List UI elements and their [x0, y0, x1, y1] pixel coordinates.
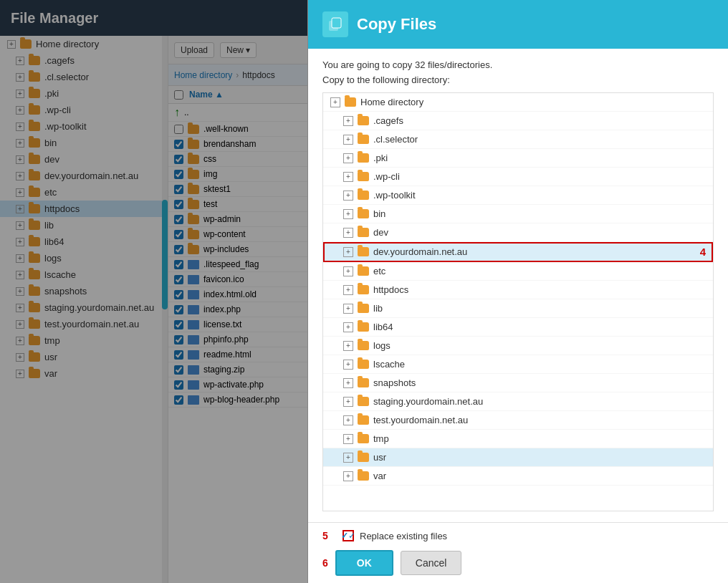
- copy-files-modal: Copy Files You are going to copy 32 file…: [308, 0, 728, 583]
- dir-item-bin[interactable]: + bin: [323, 205, 713, 223]
- folder-icon: [358, 116, 369, 125]
- replace-checkbox[interactable]: ✓: [343, 530, 354, 541]
- dir-item-clselector[interactable]: + .cl.selector: [323, 130, 713, 149]
- folder-icon: [358, 415, 369, 425]
- expand-icon[interactable]: +: [343, 266, 353, 276]
- expand-icon[interactable]: +: [330, 97, 340, 107]
- cancel-button[interactable]: Cancel: [401, 551, 462, 575]
- expand-icon[interactable]: +: [343, 285, 353, 295]
- copy-files-icon: [322, 11, 348, 37]
- dir-item-devdomain[interactable]: + dev.yourdomain.net.au 4: [323, 242, 713, 262]
- modal-title: Copy Files: [357, 15, 436, 34]
- expand-icon[interactable]: +: [343, 341, 353, 351]
- expand-icon[interactable]: +: [343, 360, 353, 370]
- dir-item-label: tmp: [373, 433, 389, 444]
- dir-item-lib64[interactable]: + lib64: [323, 318, 713, 337]
- expand-icon[interactable]: +: [343, 191, 353, 201]
- dir-item-label: httpdocs: [373, 284, 408, 295]
- expand-icon[interactable]: +: [343, 397, 353, 407]
- expand-icon[interactable]: +: [343, 415, 353, 425]
- ok-button[interactable]: OK: [335, 550, 393, 576]
- dir-item-wpcli[interactable]: + .wp-cli: [323, 168, 713, 186]
- expand-icon[interactable]: +: [343, 172, 353, 182]
- expand-icon[interactable]: +: [343, 153, 353, 163]
- expand-icon[interactable]: +: [343, 434, 353, 444]
- dir-item-label: .wp-cli: [373, 171, 400, 182]
- dir-item-label: bin: [373, 208, 385, 219]
- expand-icon[interactable]: +: [343, 116, 353, 126]
- dir-item-label: dev: [373, 227, 388, 238]
- expand-icon[interactable]: +: [343, 322, 353, 332]
- expand-icon[interactable]: +: [343, 135, 353, 145]
- step-6-label: 6: [322, 557, 328, 569]
- checkbox-check: ✓: [341, 531, 348, 541]
- dir-item-pki[interactable]: + .pki: [323, 149, 713, 168]
- dir-item-var[interactable]: + var: [323, 467, 713, 486]
- dir-item-dev[interactable]: + dev: [323, 223, 713, 242]
- dir-item-httpdocs[interactable]: + httpdocs: [323, 281, 713, 299]
- dir-item-label: .cl.selector: [373, 134, 418, 145]
- expand-icon[interactable]: +: [343, 453, 353, 463]
- folder-icon: [358, 135, 369, 144]
- dir-item-testdomain[interactable]: + test.yourdomain.net.au: [323, 411, 713, 430]
- folder-icon: [345, 97, 356, 107]
- dir-item-label: lscache: [373, 359, 405, 370]
- dir-item-label: staging.yourdomain.net.au: [373, 396, 483, 407]
- folder-icon: [358, 266, 369, 276]
- dir-item-label: lib64: [373, 322, 393, 332]
- dir-item-tmp[interactable]: + tmp: [323, 430, 713, 448]
- folder-icon: [358, 304, 369, 313]
- dir-item-label: etc: [373, 266, 385, 276]
- expand-icon[interactable]: +: [343, 471, 353, 481]
- expand-icon[interactable]: +: [343, 304, 353, 314]
- folder-icon: [358, 397, 369, 406]
- dir-item-cagefs[interactable]: + .cagefs: [323, 112, 713, 130]
- folder-icon: [358, 360, 369, 369]
- dir-item-usr[interactable]: + usr: [323, 448, 713, 467]
- modal-header: Copy Files: [308, 0, 728, 49]
- dir-item-label: dev.yourdomain.net.au: [373, 246, 467, 257]
- dir-item-label: snapshots: [373, 377, 416, 388]
- modal-description: You are going to copy 32 files/directori…: [322, 59, 714, 70]
- dir-item-label: Home directory: [360, 97, 423, 107]
- modal-body: You are going to copy 32 files/directori…: [308, 49, 728, 522]
- dir-item-label: var: [373, 471, 386, 481]
- expand-icon[interactable]: +: [343, 209, 353, 219]
- dir-item-lscache[interactable]: + lscache: [323, 355, 713, 374]
- replace-label[interactable]: Replace existing files: [360, 531, 447, 541]
- expand-icon[interactable]: +: [343, 228, 353, 238]
- folder-icon: [358, 434, 369, 443]
- dir-item-lib[interactable]: + lib: [323, 299, 713, 318]
- dir-item-home[interactable]: + Home directory: [323, 93, 713, 112]
- folder-icon: [358, 209, 369, 218]
- dir-item-wptoolkit[interactable]: + .wp-toolkit: [323, 186, 713, 205]
- dir-item-label: .cagefs: [373, 115, 403, 126]
- dir-item-label: test.yourdomain.net.au: [373, 415, 468, 425]
- modal-copy-to-label: Copy to the following directory:: [322, 74, 714, 85]
- dir-item-etc[interactable]: + etc: [323, 262, 713, 281]
- modal-footer: 5 ✓ Replace existing files 6 OK Cancel: [308, 522, 728, 583]
- dir-item-snapshots[interactable]: + snapshots: [323, 374, 713, 392]
- dir-item-label: lib: [373, 303, 383, 314]
- directory-tree[interactable]: + Home directory + .cagefs + .cl.selecto…: [322, 92, 714, 511]
- dir-item-label: logs: [373, 340, 391, 351]
- dir-item-logs[interactable]: + logs: [323, 337, 713, 355]
- step-5-label: 5: [322, 530, 328, 541]
- folder-icon: [358, 453, 369, 462]
- folder-icon: [358, 322, 369, 332]
- folder-icon: [358, 471, 369, 481]
- folder-icon: [358, 191, 369, 200]
- folder-icon: [358, 247, 369, 256]
- dir-item-label: usr: [373, 452, 386, 463]
- dir-item-label: .pki: [373, 153, 388, 163]
- folder-icon: [358, 172, 369, 181]
- dir-item-staging[interactable]: + staging.yourdomain.net.au: [323, 392, 713, 411]
- replace-row: 5 ✓ Replace existing files: [322, 530, 714, 541]
- step-4-label: 4: [700, 246, 706, 258]
- folder-icon: [358, 378, 369, 387]
- folder-icon: [358, 285, 369, 294]
- expand-icon[interactable]: +: [343, 247, 353, 257]
- svg-rect-1: [332, 18, 341, 28]
- dir-item-label: .wp-toolkit: [373, 190, 416, 201]
- expand-icon[interactable]: +: [343, 378, 353, 388]
